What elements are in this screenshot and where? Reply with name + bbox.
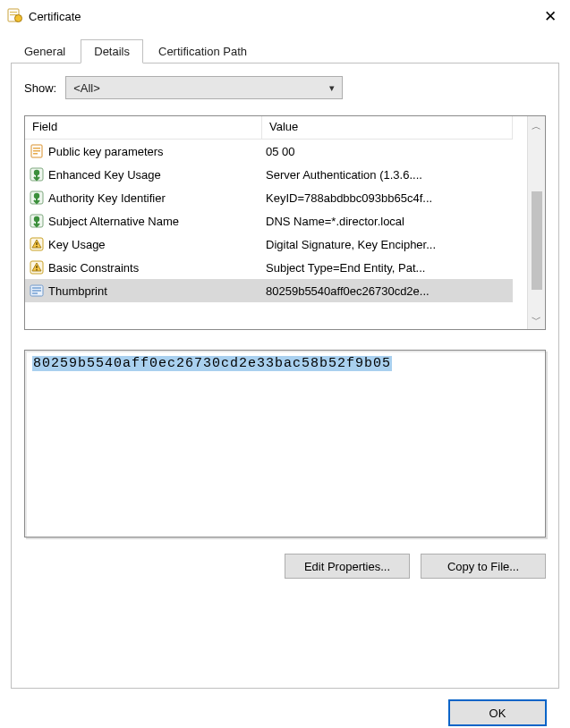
value-cell: 80259b5540aff0ec26730cd2e... xyxy=(266,284,430,298)
field-cell: Authority Key Identifier xyxy=(48,191,166,205)
tab-certification-path[interactable]: Certification Path xyxy=(145,39,260,63)
edit-properties-button[interactable]: Edit Properties... xyxy=(285,554,410,579)
svg-rect-15 xyxy=(36,242,37,245)
svg-rect-1 xyxy=(10,12,17,13)
table-row[interactable]: Thumbprint xyxy=(25,279,262,302)
table-row[interactable]: Authority Key Identifier xyxy=(25,186,262,209)
field-cell: Public key parameters xyxy=(48,145,164,158)
field-list[interactable]: Field Public key parametersEnhanced Key … xyxy=(24,115,546,330)
svg-rect-5 xyxy=(33,148,40,149)
tab-details[interactable]: Details xyxy=(81,39,143,63)
svg-rect-6 xyxy=(33,150,40,152)
field-cell: Enhanced Key Usage xyxy=(48,168,161,182)
close-icon[interactable]: ✕ xyxy=(540,7,561,26)
window-title: Certificate xyxy=(29,10,540,23)
svg-rect-23 xyxy=(32,292,38,294)
value-cell: KeyID=788abdbbc093bb65c4f... xyxy=(266,191,432,205)
table-row[interactable]: Enhanced Key Usage xyxy=(25,163,262,186)
column-header-field[interactable]: Field xyxy=(25,116,262,140)
table-row[interactable]: Subject Alternative Name xyxy=(25,209,262,233)
value-cell: Digital Signature, Key Encipher... xyxy=(266,238,436,251)
table-row[interactable]: DNS Name=*.director.local xyxy=(262,209,513,233)
copy-to-file-button[interactable]: Copy to File... xyxy=(421,554,546,579)
thumb-icon xyxy=(29,283,45,299)
svg-rect-18 xyxy=(36,266,37,268)
certificate-icon xyxy=(7,7,23,26)
show-label: Show: xyxy=(24,81,56,95)
detail-textarea[interactable]: 80259b5540aff0ec26730cd2e33bac58b52f9b05 xyxy=(24,350,546,538)
svg-rect-21 xyxy=(32,287,41,289)
tab-panel-details: Show: <All> ▾ Field Public key parameter… xyxy=(11,63,559,689)
table-row[interactable]: Digital Signature, Key Encipher... xyxy=(262,233,513,256)
ok-button[interactable]: OK xyxy=(448,699,547,726)
scroll-thumb[interactable] xyxy=(532,191,542,290)
list-scrollbar[interactable]: ︿ ﹀ xyxy=(527,116,545,329)
svg-rect-19 xyxy=(36,269,37,270)
field-cell: Thumbprint xyxy=(48,284,107,298)
table-row[interactable]: 80259b5540aff0ec26730cd2e... xyxy=(262,279,513,302)
value-cell: DNS Name=*.director.local xyxy=(266,215,404,228)
title-bar: Certificate ✕ xyxy=(0,0,570,32)
scroll-up-icon[interactable]: ︿ xyxy=(528,116,545,136)
ext-icon xyxy=(29,213,45,229)
svg-rect-7 xyxy=(33,153,38,155)
warn-icon xyxy=(29,259,45,275)
show-select[interactable]: <All> ▾ xyxy=(65,76,343,99)
value-cell: 05 00 xyxy=(266,145,295,158)
ext-icon xyxy=(29,190,45,206)
detail-value: 80259b5540aff0ec26730cd2e33bac58b52f9b05 xyxy=(32,356,392,371)
svg-point-3 xyxy=(15,14,22,21)
table-row[interactable]: KeyID=788abdbbc093bb65c4f... xyxy=(262,186,513,209)
table-row[interactable]: 05 00 xyxy=(262,140,513,163)
field-cell: Subject Alternative Name xyxy=(48,215,179,228)
svg-rect-22 xyxy=(32,290,41,292)
warn-icon xyxy=(29,236,45,252)
scroll-down-icon[interactable]: ﹀ xyxy=(528,309,545,329)
tab-general[interactable]: General xyxy=(11,39,79,63)
page-icon xyxy=(29,143,45,159)
table-row[interactable]: Basic Constraints xyxy=(25,256,262,279)
table-row[interactable]: Subject Type=End Entity, Pat... xyxy=(262,256,513,279)
svg-rect-16 xyxy=(36,246,37,247)
value-cell: Server Authentication (1.3.6.... xyxy=(266,168,422,182)
tab-strip: General Details Certification Path xyxy=(11,39,559,63)
chevron-down-icon: ▾ xyxy=(329,82,335,94)
field-cell: Key Usage xyxy=(48,238,106,251)
column-header-value[interactable]: Value xyxy=(262,116,513,140)
ext-icon xyxy=(29,166,45,182)
table-row[interactable]: Server Authentication (1.3.6.... xyxy=(262,163,513,186)
table-row[interactable]: Public key parameters xyxy=(25,140,262,163)
show-select-value: <All> xyxy=(73,81,100,95)
table-row[interactable]: Key Usage xyxy=(25,233,262,256)
value-cell: Subject Type=End Entity, Pat... xyxy=(266,261,425,275)
field-cell: Basic Constraints xyxy=(48,261,139,275)
